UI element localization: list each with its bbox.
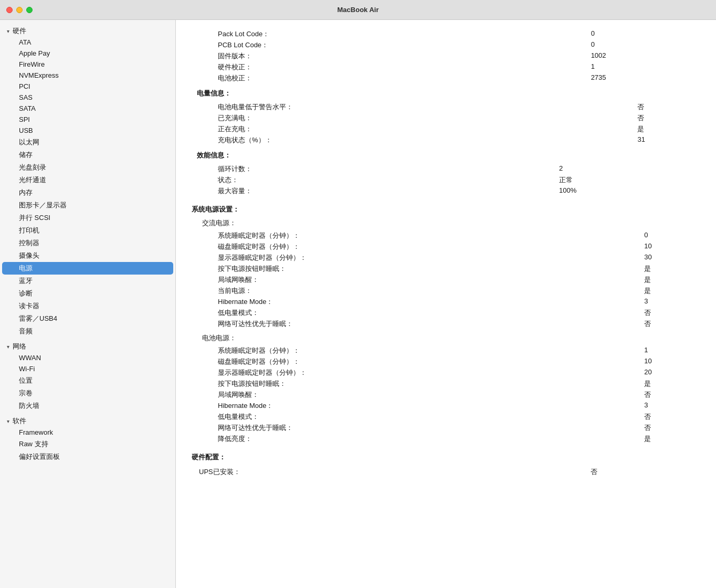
row-label: 网络可达性优先于睡眠： [192, 318, 640, 329]
chevron-software-icon: ▾ [4, 417, 12, 425]
sidebar-item[interactable]: 雷雾／USB4 [2, 312, 173, 325]
sidebar-item[interactable]: 诊断 [2, 287, 173, 300]
sidebar-item[interactable]: WWAN [2, 352, 173, 363]
ac-power-table: 系统睡眠定时器（分钟）：0磁盘睡眠定时器（分钟）：10显示器睡眠定时器（分钟）：… [192, 230, 700, 329]
charge-info-title: 电量信息： [192, 89, 700, 98]
sidebar-section-hardware[interactable]: ▾ 硬件 [0, 24, 175, 37]
sidebar-item[interactable]: Wi-Fi [2, 363, 173, 374]
sidebar-item[interactable]: 蓝牙 [2, 275, 173, 287]
sidebar-item[interactable]: ATA [2, 37, 173, 48]
minimize-button[interactable] [16, 7, 23, 13]
sidebar-section-network-label: 网络 [13, 342, 26, 351]
cycle-count-value: 2 [555, 163, 700, 174]
sidebar-item-power[interactable]: 电源 [2, 262, 173, 275]
sidebar-item[interactable]: NVMExpress [2, 70, 173, 81]
row-value: 10 [640, 241, 700, 252]
row-label: 低电量模式： [192, 307, 640, 318]
sidebar-item[interactable]: 控制器 [2, 237, 173, 249]
sidebar-item[interactable]: 打印机 [2, 224, 173, 237]
row-label: 局域网唤醒： [192, 389, 640, 400]
sidebar-item[interactable]: 读卡器 [2, 300, 173, 312]
table-row: Hibernate Mode：3 [192, 296, 700, 307]
charge-info-section: 电量信息： 电池电量低于警告水平： 否 已充满电： 否 正在充电： 是 充电状态… [192, 89, 700, 145]
row-value: 是 [640, 285, 700, 296]
ups-label: UPS已安装： [192, 466, 586, 477]
sidebar-item[interactable]: 光盘刻录 [2, 161, 173, 174]
hardware-config-title: 硬件配置： [192, 453, 700, 462]
sidebar-item[interactable]: 摄像头 [2, 249, 173, 262]
sidebar-item[interactable]: USB [2, 125, 173, 136]
table-row: 按下电源按钮时睡眠：是 [192, 378, 700, 389]
sidebar-item[interactable]: 图形卡／显示器 [2, 199, 173, 212]
hardware-config-section: 硬件配置： UPS已安装： 否 [192, 453, 700, 477]
row-value: 是 [640, 263, 700, 274]
sidebar-item[interactable]: 偏好设置面板 [2, 450, 173, 463]
sidebar-item[interactable]: Raw 支持 [2, 438, 173, 450]
low-warning-label: 电池电量低于警告水平： [192, 101, 633, 112]
table-row: Hibernate Mode：3 [192, 400, 700, 411]
sidebar-item[interactable]: FireWire [2, 59, 173, 70]
table-row: 显示器睡眠定时器（分钟）：30 [192, 252, 700, 263]
table-row: 显示器睡眠定时器（分钟）：20 [192, 367, 700, 378]
sidebar-item[interactable]: 位置 [2, 374, 173, 387]
sidebar-item[interactable]: SATA [2, 103, 173, 114]
maximize-button[interactable] [26, 7, 33, 13]
pack-lot-code-label: Pack Lot Code： [192, 28, 587, 39]
row-label: 网络可达性优先于睡眠： [192, 422, 640, 433]
row-label: Hibernate Mode： [192, 296, 640, 307]
sidebar-item[interactable]: SAS [2, 92, 173, 103]
table-row: 系统睡眠定时器（分钟）：0 [192, 230, 700, 241]
sidebar-item[interactable]: Apple Pay [2, 48, 173, 59]
window-title: MacBook Air [338, 6, 379, 14]
table-row: 按下电源按钮时睡眠：是 [192, 263, 700, 274]
table-row: 磁盘睡眠定时器（分钟）：10 [192, 241, 700, 252]
sidebar: ▾ 硬件 ATA Apple Pay FireWire NVMExpress P… [0, 20, 176, 588]
main-container: ▾ 硬件 ATA Apple Pay FireWire NVMExpress P… [0, 20, 716, 588]
row-label: 显示器睡眠定时器（分钟）： [192, 252, 640, 263]
pcb-lot-code-label: PCB Lot Code： [192, 39, 587, 50]
firmware-label: 固件版本： [192, 50, 587, 61]
hardware-config-table: UPS已安装： 否 [192, 466, 700, 477]
sidebar-item[interactable]: 音频 [2, 325, 173, 338]
battery-calibration-value: 2735 [587, 72, 700, 83]
battery-calibration-label: 电池校正： [192, 72, 587, 83]
sidebar-section-network[interactable]: ▾ 网络 [0, 340, 175, 352]
max-capacity-label: 最大容量： [192, 185, 555, 196]
system-power-title: 系统电源设置： [192, 205, 700, 214]
pcb-lot-code-value: 0 [587, 39, 700, 50]
row-value: 10 [640, 356, 700, 367]
row-value: 3 [640, 296, 700, 307]
sidebar-item[interactable]: PCI [2, 81, 173, 92]
sidebar-item[interactable]: 内存 [2, 186, 173, 199]
sidebar-section-hardware-label: 硬件 [13, 26, 26, 36]
row-value: 是 [640, 274, 700, 285]
fully-charged-value: 否 [633, 112, 700, 123]
performance-info-title: 效能信息： [192, 151, 700, 160]
system-power-section: 系统电源设置： 交流电源： 系统睡眠定时器（分钟）：0磁盘睡眠定时器（分钟）：1… [192, 205, 700, 444]
charging-label: 正在充电： [192, 123, 633, 134]
sidebar-item[interactable]: SPI [2, 114, 173, 125]
row-label: 按下电源按钮时睡眠： [192, 263, 640, 274]
sidebar-section-software[interactable]: ▾ 软件 [0, 414, 175, 427]
row-value: 20 [640, 367, 700, 378]
battery-power-title: 电池电源： [202, 333, 700, 343]
table-row: 磁盘睡眠定时器（分钟）：10 [192, 356, 700, 367]
sidebar-item[interactable]: 宗卷 [2, 387, 173, 400]
close-button[interactable] [6, 7, 13, 13]
row-value: 否 [640, 389, 700, 400]
sidebar-item[interactable]: Framework [2, 427, 173, 438]
row-value: 否 [640, 307, 700, 318]
sidebar-item[interactable]: 并行 SCSI [2, 212, 173, 224]
sidebar-item[interactable]: 光纤通道 [2, 174, 173, 186]
sidebar-item[interactable]: 储存 [2, 149, 173, 161]
sidebar-section-software-label: 软件 [13, 416, 26, 426]
row-label: 系统睡眠定时器（分钟）： [192, 230, 640, 241]
chevron-network-icon: ▾ [4, 343, 12, 350]
table-row: 网络可达性优先于睡眠：否 [192, 422, 700, 433]
sidebar-item[interactable]: 防火墙 [2, 400, 173, 412]
row-value: 3 [640, 400, 700, 411]
performance-info-section: 效能信息： 循环计数： 2 状态： 正常 最大容量： 100% [192, 151, 700, 196]
battery-top-info: Pack Lot Code： 0 PCB Lot Code： 0 固件版本： 1… [192, 28, 700, 83]
row-label: 显示器睡眠定时器（分钟）： [192, 367, 640, 378]
sidebar-item[interactable]: 以太网 [2, 136, 173, 149]
